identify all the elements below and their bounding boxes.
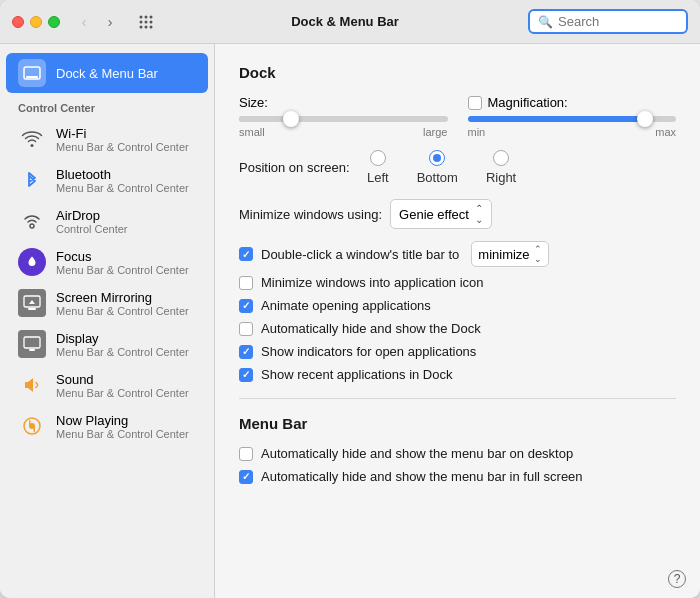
sidebar-item-bluetooth[interactable]: Bluetooth Menu Bar & Control Center bbox=[6, 160, 208, 200]
forward-button[interactable]: › bbox=[98, 10, 122, 34]
magnification-header: Magnification: bbox=[468, 95, 677, 110]
double-click-action-value: minimize bbox=[478, 247, 529, 262]
radio-label-left: Left bbox=[367, 170, 389, 185]
dropdown-arrow-icon: ⌃⌄ bbox=[475, 203, 483, 225]
double-click-row: Double-click a window's title bar to min… bbox=[239, 241, 676, 267]
auto-hide-label: Automatically hide and show the Dock bbox=[261, 321, 481, 336]
auto-hide-menubar-checkbox[interactable] bbox=[239, 447, 253, 461]
display-label: Display bbox=[56, 331, 189, 346]
minimize-row: Minimize windows using: Genie effect ⌃⌄ bbox=[239, 199, 676, 229]
radio-label-bottom: Bottom bbox=[417, 170, 458, 185]
display-subtitle: Menu Bar & Control Center bbox=[56, 346, 189, 358]
svg-rect-13 bbox=[28, 308, 36, 310]
dock-section-header: Dock bbox=[239, 64, 676, 81]
svg-point-8 bbox=[150, 25, 153, 28]
window-title: Dock & Menu Bar bbox=[170, 14, 520, 29]
animate-checkbox[interactable] bbox=[239, 299, 253, 313]
close-button[interactable] bbox=[12, 16, 24, 28]
animate-row: Animate opening applications bbox=[239, 298, 676, 313]
airdrop-text: AirDrop Control Center bbox=[56, 208, 128, 235]
focus-text: Focus Menu Bar & Control Center bbox=[56, 249, 189, 276]
mag-slider-thumb[interactable] bbox=[637, 111, 653, 127]
size-slider-track[interactable] bbox=[239, 116, 448, 122]
radio-left[interactable]: Left bbox=[367, 150, 389, 185]
sidebar-item-airdrop[interactable]: AirDrop Control Center bbox=[6, 201, 208, 241]
double-click-label: Double-click a window's title bar to bbox=[261, 247, 459, 262]
maximize-button[interactable] bbox=[48, 16, 60, 28]
inline-dropdown-arrow: ⌃⌄ bbox=[534, 244, 542, 264]
wifi-label: Wi-Fi bbox=[56, 126, 189, 141]
svg-rect-18 bbox=[29, 420, 31, 425]
now-playing-subtitle: Menu Bar & Control Center bbox=[56, 428, 189, 440]
svg-point-3 bbox=[140, 20, 143, 23]
double-click-action-dropdown[interactable]: minimize ⌃⌄ bbox=[471, 241, 548, 267]
minimize-icon-row: Minimize windows into application icon bbox=[239, 275, 676, 290]
auto-hide-fullscreen-checkbox[interactable] bbox=[239, 470, 253, 484]
back-button[interactable]: ‹ bbox=[72, 10, 96, 34]
sound-icon bbox=[18, 371, 46, 399]
magnification-checkbox[interactable] bbox=[468, 96, 482, 110]
sidebar: Dock & Menu Bar Control Center Wi-Fi bbox=[0, 44, 215, 598]
sidebar-item-wifi[interactable]: Wi-Fi Menu Bar & Control Center bbox=[6, 119, 208, 159]
recent-label: Show recent applications in Dock bbox=[261, 367, 453, 382]
svg-point-6 bbox=[140, 25, 143, 28]
animate-label: Animate opening applications bbox=[261, 298, 431, 313]
size-slider-thumb[interactable] bbox=[283, 111, 299, 127]
help-button[interactable]: ? bbox=[668, 570, 686, 588]
display-icon bbox=[18, 330, 46, 358]
double-click-checkbox[interactable] bbox=[239, 247, 253, 261]
svg-point-5 bbox=[150, 20, 153, 23]
sound-subtitle: Menu Bar & Control Center bbox=[56, 387, 189, 399]
wifi-icon bbox=[18, 125, 46, 153]
sidebar-item-sound[interactable]: Sound Menu Bar & Control Center bbox=[6, 365, 208, 405]
screen-mirroring-subtitle: Menu Bar & Control Center bbox=[56, 305, 189, 317]
dock-icon bbox=[18, 59, 46, 87]
sidebar-item-focus[interactable]: Focus Menu Bar & Control Center bbox=[6, 242, 208, 282]
auto-hide-fullscreen-row: Automatically hide and show the menu bar… bbox=[239, 469, 676, 484]
mag-slider-track[interactable] bbox=[468, 116, 677, 122]
section-divider bbox=[239, 398, 676, 399]
search-box[interactable]: 🔍 bbox=[528, 9, 688, 34]
magnification-group: Magnification: min max bbox=[468, 95, 677, 138]
radio-label-right: Right bbox=[486, 170, 516, 185]
now-playing-icon bbox=[18, 412, 46, 440]
sidebar-item-display[interactable]: Display Menu Bar & Control Center bbox=[6, 324, 208, 364]
airdrop-label: AirDrop bbox=[56, 208, 128, 223]
auto-hide-menubar-row: Automatically hide and show the menu bar… bbox=[239, 446, 676, 461]
svg-point-4 bbox=[145, 20, 148, 23]
minimize-effect-value: Genie effect bbox=[399, 207, 469, 222]
search-input[interactable] bbox=[558, 14, 678, 29]
svg-point-1 bbox=[145, 15, 148, 18]
mag-min-label: min bbox=[468, 126, 486, 138]
recent-checkbox[interactable] bbox=[239, 368, 253, 382]
recent-row: Show recent applications in Dock bbox=[239, 367, 676, 382]
svg-point-2 bbox=[150, 15, 153, 18]
sidebar-item-dock-menu-bar[interactable]: Dock & Menu Bar bbox=[6, 53, 208, 93]
size-large-label: large bbox=[423, 126, 447, 138]
radio-right[interactable]: Right bbox=[486, 150, 516, 185]
indicators-checkbox[interactable] bbox=[239, 345, 253, 359]
focus-subtitle: Menu Bar & Control Center bbox=[56, 264, 189, 276]
screen-mirroring-text: Screen Mirroring Menu Bar & Control Cent… bbox=[56, 290, 189, 317]
search-icon: 🔍 bbox=[538, 15, 553, 29]
wifi-subtitle: Menu Bar & Control Center bbox=[56, 141, 189, 153]
svg-rect-19 bbox=[34, 427, 36, 432]
svg-rect-10 bbox=[26, 76, 38, 78]
auto-hide-fullscreen-label: Automatically hide and show the menu bar… bbox=[261, 469, 583, 484]
mag-max-label: max bbox=[655, 126, 676, 138]
minimize-icon-checkbox[interactable] bbox=[239, 276, 253, 290]
minimize-button[interactable] bbox=[30, 16, 42, 28]
sidebar-item-now-playing[interactable]: Now Playing Menu Bar & Control Center bbox=[6, 406, 208, 446]
size-slider-labels: small large bbox=[239, 126, 448, 138]
radio-bottom[interactable]: Bottom bbox=[417, 150, 458, 185]
grid-button[interactable] bbox=[134, 10, 158, 34]
now-playing-text: Now Playing Menu Bar & Control Center bbox=[56, 413, 189, 440]
auto-hide-checkbox[interactable] bbox=[239, 322, 253, 336]
airdrop-icon bbox=[18, 207, 46, 235]
magnification-label: Magnification: bbox=[488, 95, 568, 110]
minimize-effect-dropdown[interactable]: Genie effect ⌃⌄ bbox=[390, 199, 492, 229]
airdrop-subtitle: Control Center bbox=[56, 223, 128, 235]
sidebar-item-screen-mirroring[interactable]: Screen Mirroring Menu Bar & Control Cent… bbox=[6, 283, 208, 323]
auto-hide-menubar-label: Automatically hide and show the menu bar… bbox=[261, 446, 573, 461]
size-group: Size: small large bbox=[239, 95, 448, 138]
